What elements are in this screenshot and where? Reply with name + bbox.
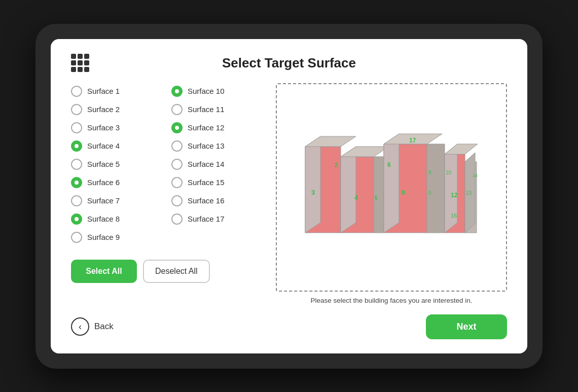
surfaces-grid: Surface 1 Surface 10 Surface 2 Surface 1… <box>71 83 264 245</box>
svg-text:8: 8 <box>402 189 405 196</box>
radio-surface-16[interactable] <box>171 195 183 206</box>
svg-text:14: 14 <box>473 173 478 178</box>
svg-text:13: 13 <box>466 190 472 196</box>
radio-surface-7[interactable] <box>71 195 82 206</box>
radio-surface-17[interactable] <box>171 213 183 225</box>
svg-text:6: 6 <box>387 161 391 168</box>
surface-item-10[interactable]: Surface 10 <box>171 83 264 99</box>
svg-text:4: 4 <box>354 194 358 201</box>
surface-item-1[interactable]: Surface 1 <box>71 83 163 99</box>
footer: ‹ Back Next <box>71 314 507 339</box>
surface-label-3: Surface 3 <box>87 123 120 132</box>
radio-surface-8[interactable] <box>71 213 82 225</box>
surface-label-16: Surface 16 <box>188 196 225 205</box>
surface-label-12: Surface 12 <box>188 123 225 132</box>
radio-surface-13[interactable] <box>171 140 183 152</box>
svg-text:5: 5 <box>375 195 378 201</box>
svg-marker-6 <box>341 147 356 233</box>
surface-item-14[interactable]: Surface 14 <box>171 156 264 172</box>
surface-item-2[interactable]: Surface 2 <box>71 101 163 118</box>
surface-label-7: Surface 7 <box>87 196 120 205</box>
radio-surface-5[interactable] <box>71 159 82 170</box>
surface-label-13: Surface 13 <box>188 141 225 150</box>
radio-surface-11[interactable] <box>171 104 183 115</box>
surface-label-15: Surface 15 <box>188 178 225 187</box>
action-buttons: Select All Deselect All <box>71 260 264 283</box>
radio-surface-4[interactable] <box>71 140 82 152</box>
surface-item-16[interactable]: Surface 16 <box>171 193 264 209</box>
surface-item-4[interactable]: Surface 4 <box>71 138 163 154</box>
surface-label-11: Surface 11 <box>188 105 225 114</box>
svg-marker-17 <box>427 144 445 233</box>
svg-marker-7 <box>341 147 389 157</box>
svg-marker-2 <box>305 136 356 147</box>
svg-marker-21 <box>445 144 457 233</box>
deselect-all-button[interactable]: Deselect All <box>143 260 210 283</box>
building-svg: 3 2 4 5 6 <box>295 116 488 258</box>
surface-label-9: Surface 9 <box>87 233 120 241</box>
surface-label-5: Surface 5 <box>87 160 120 168</box>
radio-surface-15[interactable] <box>171 177 183 188</box>
svg-marker-12 <box>384 134 399 233</box>
surface-item-6[interactable]: Surface 6 <box>71 174 163 191</box>
surface-label-6: Surface 6 <box>87 178 120 187</box>
tablet-frame: Select Target Surface Surface 1 Surface … <box>35 24 543 369</box>
next-button[interactable]: Next <box>426 314 507 339</box>
grid-icon <box>71 54 89 72</box>
surface-item-12[interactable]: Surface 12 <box>171 120 264 136</box>
right-panel: 3 2 4 5 6 <box>276 83 507 304</box>
surface-item-8[interactable]: Surface 8 <box>71 211 163 227</box>
surface-item-15[interactable]: Surface 15 <box>171 174 264 191</box>
svg-text:2: 2 <box>335 162 338 168</box>
surface-label-17: Surface 17 <box>188 215 225 223</box>
screen: Select Target Surface Surface 1 Surface … <box>51 39 527 353</box>
surface-label-10: Surface 10 <box>188 87 225 95</box>
surface-label-14: Surface 14 <box>188 160 225 168</box>
surface-label-4: Surface 4 <box>87 141 120 150</box>
surface-item-5[interactable]: Surface 5 <box>71 156 163 172</box>
surface-label-2: Surface 2 <box>87 105 120 114</box>
svg-marker-22 <box>445 144 478 154</box>
surface-label-1: Surface 1 <box>87 87 120 95</box>
back-button[interactable]: ‹ Back <box>71 317 114 336</box>
main-content: Surface 1 Surface 10 Surface 2 Surface 1… <box>71 83 507 304</box>
radio-surface-6[interactable] <box>71 177 82 188</box>
hint-text: Please select the building faces you are… <box>311 297 473 304</box>
radio-surface-2[interactable] <box>71 104 82 115</box>
surface-item-3[interactable]: Surface 3 <box>71 120 163 136</box>
surface-item-7[interactable]: Surface 7 <box>71 193 163 209</box>
surface-item-17[interactable]: Surface 17 <box>171 211 264 227</box>
svg-text:10: 10 <box>446 170 452 175</box>
back-label: Back <box>94 322 114 332</box>
surface-label-8: Surface 8 <box>87 215 120 223</box>
svg-text:9: 9 <box>428 170 431 175</box>
back-icon: ‹ <box>71 317 89 336</box>
surface-item-9[interactable]: Surface 9 <box>71 229 163 245</box>
surface-item-11[interactable]: Surface 11 <box>171 101 264 118</box>
svg-text:3: 3 <box>311 189 315 196</box>
svg-text:0: 0 <box>428 190 431 196</box>
svg-text:17: 17 <box>409 137 416 144</box>
select-all-button[interactable]: Select All <box>71 260 137 283</box>
radio-surface-12[interactable] <box>171 122 183 133</box>
svg-marker-9 <box>374 157 384 233</box>
page-title: Select Target Surface <box>71 55 507 71</box>
radio-surface-1[interactable] <box>71 86 82 97</box>
radio-surface-10[interactable] <box>171 86 183 97</box>
svg-text:16: 16 <box>451 212 457 219</box>
svg-text:12: 12 <box>451 192 458 199</box>
surface-item-13[interactable]: Surface 13 <box>171 138 264 154</box>
left-panel: Surface 1 Surface 10 Surface 2 Surface 1… <box>71 83 264 304</box>
radio-surface-3[interactable] <box>71 122 82 133</box>
svg-marker-1 <box>305 136 320 233</box>
radio-surface-9[interactable] <box>71 232 82 243</box>
building-view: 3 2 4 5 6 <box>276 83 507 292</box>
radio-surface-14[interactable] <box>171 159 183 170</box>
header: Select Target Surface <box>71 55 507 71</box>
